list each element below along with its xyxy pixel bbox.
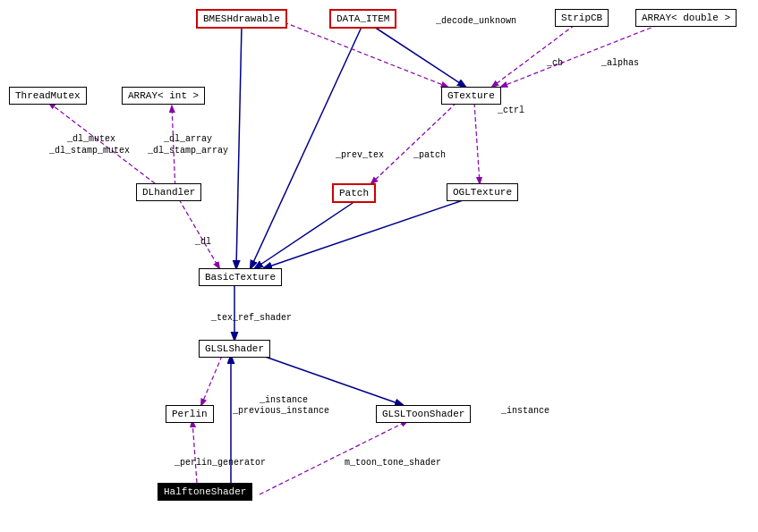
svg-line-7 xyxy=(371,103,456,183)
node-gtexture[interactable]: GTexture xyxy=(441,87,501,105)
label-dl-mutex: _dl_mutex xyxy=(67,134,115,144)
node-array-double[interactable]: ARRAY< double > xyxy=(635,9,737,27)
svg-line-8 xyxy=(474,103,480,183)
svg-line-15 xyxy=(192,421,197,483)
svg-line-10 xyxy=(264,199,465,268)
node-halftoneshader[interactable]: HalftoneShader xyxy=(158,483,252,501)
label-decode-unknown: _decode_unknown xyxy=(436,16,516,26)
node-perlin[interactable]: Perlin xyxy=(166,405,214,423)
svg-line-4 xyxy=(371,25,465,87)
label-previous-instance: _previous_instance xyxy=(233,406,329,416)
label-perlin-generator: _perlin_generator xyxy=(175,458,266,468)
node-patch[interactable]: Patch xyxy=(332,183,376,203)
label-alphas: _alphas xyxy=(601,58,639,68)
node-data-item[interactable]: DATA_ITEM xyxy=(329,9,396,29)
node-basictexture[interactable]: BasicTexture xyxy=(199,268,282,286)
node-dlhandler[interactable]: DLhandler xyxy=(136,183,201,201)
edges-svg xyxy=(0,0,758,532)
node-threadmutex[interactable]: ThreadMutex xyxy=(9,87,87,105)
label-toon-tone-shader: m_toon_tone_shader xyxy=(345,458,441,468)
svg-line-3 xyxy=(251,25,362,268)
svg-line-5 xyxy=(492,25,575,87)
label-prev-tex: _prev_tex xyxy=(336,150,384,160)
svg-line-2 xyxy=(236,25,242,268)
label-dl-array: _dl_array xyxy=(164,134,212,144)
label-dl-stamp-array: _dl_stamp_array xyxy=(148,146,228,156)
label-tex-ref-shader: _tex_ref_shader xyxy=(211,313,292,323)
label-instance-1: _instance xyxy=(260,395,308,405)
label-instance-2: _instance xyxy=(501,406,549,416)
label-cb: _cb xyxy=(547,58,563,68)
svg-line-13 xyxy=(201,356,222,405)
svg-line-11 xyxy=(179,199,219,268)
label-patch: _patch xyxy=(413,150,446,160)
label-dl-stamp-mutex: _dl_stamp_mutex xyxy=(49,146,130,156)
node-glsltoonshader[interactable]: GLSLToonShader xyxy=(376,405,471,423)
node-glslshader[interactable]: GLSLShader xyxy=(199,340,270,358)
label-dl: _dl xyxy=(195,237,211,247)
svg-line-9 xyxy=(255,199,358,268)
node-stripcb[interactable]: StripCB xyxy=(555,9,609,27)
svg-line-6 xyxy=(501,25,658,87)
node-ogltexture[interactable]: OGLTexture xyxy=(447,183,518,201)
node-bmeshdrawable[interactable]: BMESHdrawable xyxy=(196,9,287,29)
node-array-int[interactable]: ARRAY< int > xyxy=(122,87,205,105)
label-ctrl: _ctrl xyxy=(498,106,524,115)
svg-line-18 xyxy=(277,20,447,87)
diagram-container: ThreadMutex ARRAY< int > BMESHdrawable D… xyxy=(0,0,758,532)
